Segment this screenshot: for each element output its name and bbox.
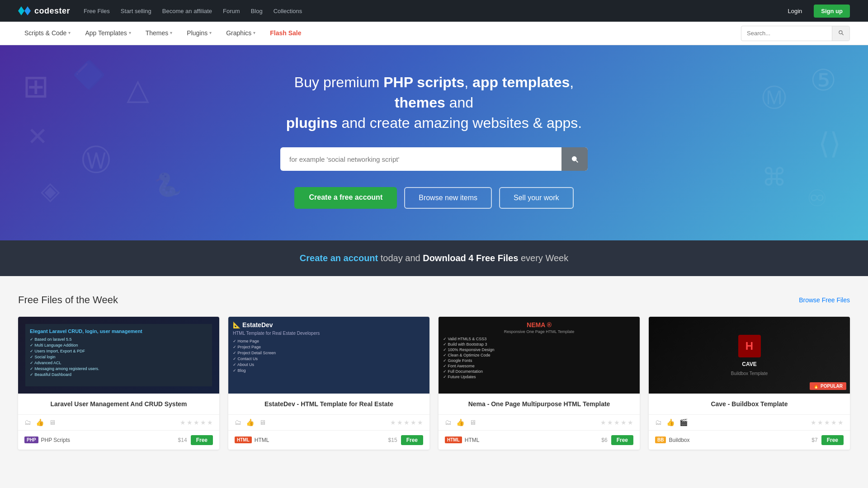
original-price-1: $14 [178,437,187,443]
hero-section: ⊞ 🔷 △ ✕ Ⓦ ◈ ⑤ Ⓜ ⟨⟩ ⌘ ♾ 🐍 Buy premium PHP… [0,45,868,240]
card-title-4: Cave - Buildbox Template [655,400,844,409]
nav-forum[interactable]: Forum [223,8,240,14]
nav-start-selling[interactable]: Start selling [121,8,151,14]
signup-button[interactable]: Sign up [814,5,850,18]
original-price-2: $15 [388,437,397,443]
logo-text: codester [34,6,70,16]
monitor-icon[interactable]: 🖥 [469,418,476,427]
card-actions-1: 🗂 👍 🖥 ★★★★★ [18,414,219,430]
folder-icon[interactable]: 🗂 [235,418,241,427]
top-nav-right: Login Sign up [782,5,850,18]
promo-text: Create an account today and Download 4 F… [18,253,850,263]
card-3: NEMA ® Responsive One Page HTML Template… [439,317,640,450]
folder-icon[interactable]: 🗂 [24,418,31,427]
original-price-3: $6 [601,437,607,443]
monitor-icon[interactable]: 🖥 [49,418,56,427]
html-icon: HTML [235,436,252,443]
card-action-icons-4: 🗂 👍 🎬 [655,418,688,427]
nav-blog[interactable]: Blog [251,8,263,14]
promo-link[interactable]: Create an account [300,253,378,263]
chevron-down-icon: ▾ [129,30,131,35]
card-body-4: Cave - Buildbox Template [649,394,850,409]
monitor-icon[interactable]: 🖥 [259,418,266,427]
nav-themes[interactable]: Themes ▾ [139,22,179,45]
free-badge-4[interactable]: Free [821,435,844,445]
chevron-down-icon: ▾ [209,30,212,35]
nav-app-templates[interactable]: App Templates ▾ [79,22,137,45]
card-tech-4: BB Buildbox [655,436,689,443]
free-badge-1[interactable]: Free [191,435,213,445]
svg-point-2 [572,157,576,161]
search-input[interactable] [741,30,832,37]
html-icon: HTML [445,436,462,443]
hero-title: Buy premium PHP scripts, app templates, … [280,72,588,133]
card-tech-2: HTML HTML [235,436,269,443]
card-action-icons-3: 🗂 👍 🖥 [445,418,476,427]
cards-grid: Elegant Laravel CRUD, login, user manage… [18,317,850,450]
original-price-4: $7 [811,437,817,443]
card-actions-3: 🗂 👍 🖥 ★★★★★ [439,414,640,430]
card-tech-1: PHP PHP Scripts [24,436,70,443]
like-icon[interactable]: 👍 [36,418,44,427]
nav-collections[interactable]: Collections [274,8,302,14]
card-actions-4: 🗂 👍 🎬 ★★★★★ [649,414,850,430]
like-icon[interactable]: 👍 [246,418,255,427]
nav-graphics[interactable]: Graphics ▾ [220,22,262,45]
nav-scripts-code[interactable]: Scripts & Code ▾ [18,22,77,45]
card-footer-2: HTML HTML $15 Free [228,430,429,450]
top-nav-left: codester Free Files Start selling Become… [18,6,302,16]
logo-icon [18,6,31,15]
like-icon[interactable]: 👍 [456,418,465,427]
card-image-1: Elegant Laravel CRUD, login, user manage… [18,317,219,394]
hero-ctas: Create a free account Browse new items S… [294,187,573,209]
like-icon[interactable]: 👍 [666,418,675,427]
svg-marker-1 [24,6,31,15]
promo-banner: Create an account today and Download 4 F… [0,240,868,276]
search-icon [838,29,844,36]
browse-free-files-link[interactable]: Browse Free Files [799,296,850,304]
card-title-2: EstateDev - HTML Template for Real Estat… [235,400,423,409]
secondary-navigation: Scripts & Code ▾ App Templates ▾ Themes … [0,22,868,45]
nav-plugins[interactable]: Plugins ▾ [180,22,218,45]
logo[interactable]: codester [18,6,70,16]
nav-flash-sale[interactable]: Flash Sale [264,22,307,45]
search-button[interactable] [832,26,849,41]
sec-nav-left: Scripts & Code ▾ App Templates ▾ Themes … [18,22,308,45]
folder-icon[interactable]: 🗂 [655,418,662,427]
card-action-icons-2: 🗂 👍 🖥 [235,418,266,427]
create-account-button[interactable]: Create a free account [294,187,397,209]
card-1: Elegant Laravel CRUD, login, user manage… [18,317,219,450]
nav-affiliate[interactable]: Become an affiliate [162,8,212,14]
card-4: H CAVE Buildbox Template 🔥 POPULAR Cave … [649,317,850,450]
card-footer-3: HTML HTML $6 Free [439,430,640,450]
card-body-3: Nema - One Page Multipurpose HTML Templa… [439,394,640,409]
free-files-section: Free Files of the Week Browse Free Files… [0,276,868,468]
card-stars-3: ★★★★★ [600,419,633,426]
free-badge-3[interactable]: Free [611,435,633,445]
chevron-down-icon: ▾ [68,30,71,35]
svg-line-3 [576,161,577,162]
card-body-1: Laravel User Management And CRUD System [18,394,219,409]
chevron-down-icon: ▾ [253,30,255,35]
login-button[interactable]: Login [782,5,809,17]
card-body-2: EstateDev - HTML Template for Real Estat… [228,394,429,409]
card-footer-4: BB Buildbox $7 Free [649,430,850,450]
hero-search-input[interactable] [280,155,561,163]
search-icon [571,155,579,163]
sell-your-work-button[interactable]: Sell your work [499,187,573,209]
free-badge-2[interactable]: Free [401,435,423,445]
nav-free-files[interactable]: Free Files [84,8,110,14]
card-2: 📐 EstateDev HTML Template for Real Estat… [228,317,429,450]
card-title-1: Laravel User Management And CRUD System [24,400,213,409]
card-image-4: H CAVE Buildbox Template 🔥 POPULAR [649,317,850,394]
browse-new-items-button[interactable]: Browse new items [404,187,492,209]
hero-search-bar [280,147,588,171]
chevron-down-icon: ▾ [170,30,172,35]
card-title-3: Nema - One Page Multipurpose HTML Templa… [445,400,633,409]
video-icon[interactable]: 🎬 [679,418,688,427]
php-icon: PHP [24,436,38,443]
folder-icon[interactable]: 🗂 [445,418,452,427]
top-navigation: codester Free Files Start selling Become… [0,0,868,22]
card-image-2: 📐 EstateDev HTML Template for Real Estat… [228,317,429,394]
hero-search-button[interactable] [561,147,588,171]
